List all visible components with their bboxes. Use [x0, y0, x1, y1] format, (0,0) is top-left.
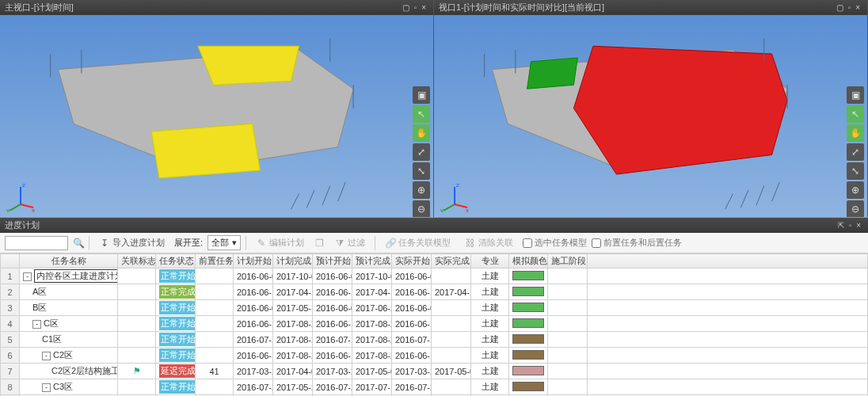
- rest-cell: [588, 332, 868, 348]
- svg-text:x: x: [466, 207, 469, 212]
- date-cell: 2017-07-19: [352, 379, 392, 395]
- vp-minimize-icon[interactable]: ▢: [400, 3, 412, 12]
- column-header[interactable]: 预计完成: [352, 254, 392, 268]
- column-header[interactable]: 任务名称: [20, 254, 118, 268]
- tool-arrow-icon[interactable]: ↖: [847, 105, 864, 123]
- tool-zoomout-icon[interactable]: ⊖: [847, 200, 864, 217]
- tool-zoomin-icon[interactable]: ⊕: [413, 181, 430, 199]
- date-cell: 2017-08-23: [352, 316, 392, 332]
- tool-rotate-icon[interactable]: ⤡: [413, 162, 430, 180]
- table-row[interactable]: 7C2区2层结构施工⚑延迟完成412017-03-232017-04-03201…: [1, 364, 868, 379]
- tree-toggle-icon[interactable]: -: [32, 320, 41, 329]
- tool-zoomout-icon[interactable]: ⊖: [413, 200, 430, 217]
- viewport-left-toolbar: ▣ ↖ ✋ ⤢ ⤡ ⊕ ⊖ ⊙: [413, 86, 430, 217]
- table-row[interactable]: 8-C3区正常开始2016-07-222017-05-212016-07-222…: [1, 379, 868, 395]
- edit-button[interactable]: ✎ 编辑计划: [251, 235, 309, 250]
- tool-select-icon[interactable]: ▣: [413, 86, 430, 104]
- chk-pred-succ[interactable]: 前置任务和后置任务: [592, 237, 682, 249]
- task-name-cell[interactable]: C1区: [20, 332, 118, 348]
- tool-orbit-icon[interactable]: ⤢: [847, 143, 864, 161]
- column-header[interactable]: 实际开始: [392, 254, 432, 268]
- tree-toggle-icon[interactable]: -: [42, 383, 51, 392]
- table-row[interactable]: 1-内控各区土建进度计划正常开始2016-06-082017-10-052016…: [1, 268, 868, 284]
- link-model-button[interactable]: 🔗 任务关联模型: [380, 235, 455, 250]
- row-number: 7: [1, 364, 20, 379]
- task-name-cell[interactable]: -C2区: [20, 348, 118, 364]
- table-row[interactable]: 3B区正常开始2016-06-082017-05-132016-06-08201…: [1, 300, 868, 316]
- task-name-cell[interactable]: C2区2层结构施工: [20, 364, 118, 379]
- schedule-grid[interactable]: 任务名称关联标志任务状态前置任务计划开始计划完成预计开始预计完成实际开始实际完成…: [0, 253, 868, 396]
- import-button[interactable]: ↧ 导入进度计划: [94, 235, 169, 250]
- expand-dropdown[interactable]: 全部 ▾: [207, 235, 241, 250]
- task-name-cell[interactable]: -C区: [20, 316, 118, 332]
- column-header[interactable]: 关联标志: [118, 254, 156, 268]
- vp-restore-icon[interactable]: ▫: [846, 3, 854, 12]
- tool-pan-icon[interactable]: ✋: [847, 124, 864, 142]
- task-name-cell[interactable]: -内控各区土建进度计划: [20, 268, 118, 284]
- chk-pred-input[interactable]: [592, 238, 601, 248]
- tool-rotate-icon[interactable]: ⤡: [847, 162, 864, 180]
- viewport-left-canvas[interactable]: ▣ ↖ ✋ ⤢ ⤡ ⊕ ⊖ ⊙ z y x: [0, 15, 433, 217]
- row-number: 2: [1, 284, 20, 300]
- column-header[interactable]: 前置任务: [196, 254, 234, 268]
- vp-close-icon[interactable]: ×: [853, 3, 862, 12]
- copy-icon[interactable]: ❐: [314, 238, 325, 249]
- column-header[interactable]: 任务状态: [156, 254, 196, 268]
- task-name-cell[interactable]: -C3区: [20, 379, 118, 395]
- tool-orbit-icon[interactable]: ⤢: [413, 143, 430, 161]
- column-header[interactable]: 预计开始: [313, 254, 352, 268]
- predecessor-cell: [196, 379, 234, 395]
- column-header[interactable]: [1, 254, 20, 268]
- flag-icon: ⚑: [133, 366, 141, 375]
- rest-cell: [588, 284, 868, 300]
- search-input[interactable]: [5, 236, 68, 250]
- phase-cell: [548, 348, 588, 364]
- table-row[interactable]: 6-C2区正常开始2016-06-142017-08-232016-06-142…: [1, 348, 868, 364]
- tool-select-icon[interactable]: ▣: [847, 86, 864, 104]
- vp-restore-icon[interactable]: ▫: [412, 3, 420, 12]
- date-cell: 2016-06-18: [313, 284, 352, 300]
- svg-line-29: [444, 204, 455, 211]
- date-cell: 2016-07-19: [313, 332, 352, 348]
- chk-selected-input[interactable]: [523, 238, 532, 248]
- table-row[interactable]: 5C1区正常开始2016-07-192017-08-232016-07-1920…: [1, 332, 868, 348]
- tree-toggle-icon[interactable]: -: [42, 352, 51, 360]
- color-swatch-icon: [512, 366, 544, 375]
- column-header[interactable]: 专业: [471, 254, 509, 268]
- viewport-right-canvas[interactable]: ▣ ↖ ✋ ⤢ ⤡ ⊕ ⊖ ⊙ z y x: [434, 15, 867, 217]
- column-header[interactable]: 计划开始: [234, 254, 273, 268]
- tool-zoomin-icon[interactable]: ⊕: [847, 181, 864, 199]
- tree-toggle-icon[interactable]: -: [23, 272, 32, 281]
- axis-gizmo-icon: z y x: [439, 181, 470, 212]
- specialty-cell: 土建: [471, 300, 509, 316]
- row-number: 3: [1, 300, 20, 316]
- vp-minimize-icon[interactable]: ▢: [834, 3, 846, 12]
- column-header[interactable]: 计划完成: [273, 254, 313, 268]
- date-cell: 2016-07-22: [392, 379, 432, 395]
- table-row[interactable]: 4-C区正常开始2016-06-142017-08-232016-06-1420…: [1, 316, 868, 332]
- vp-close-icon[interactable]: ×: [419, 3, 428, 12]
- task-name-cell[interactable]: B区: [20, 300, 118, 316]
- table-row[interactable]: 2A区正常完成2016-06-182017-04-172016-06-18201…: [1, 284, 868, 300]
- color-swatch-icon: [512, 350, 544, 360]
- chk-selected-model[interactable]: 选中任务模型: [523, 237, 587, 249]
- search-icon[interactable]: 🔍: [73, 238, 84, 249]
- panel-collapse-icon[interactable]: ⇱: [836, 221, 847, 230]
- panel-restore-icon[interactable]: ▫: [847, 221, 855, 230]
- date-cell: 2016-06-08: [313, 268, 352, 284]
- task-name-cell[interactable]: A区: [20, 284, 118, 300]
- panel-close-icon[interactable]: ×: [854, 221, 863, 230]
- column-header[interactable]: 施工阶段: [548, 254, 588, 268]
- column-header[interactable]: 实际完成: [432, 254, 471, 268]
- svg-marker-18: [527, 58, 578, 89]
- date-cell: 2017-04-17: [273, 284, 313, 300]
- tool-arrow-icon[interactable]: ↖: [413, 105, 430, 123]
- color-swatch-icon: [512, 334, 544, 344]
- column-header[interactable]: 模拟颜色: [509, 254, 548, 268]
- tool-pan-icon[interactable]: ✋: [413, 124, 430, 142]
- rest-cell: [588, 348, 868, 364]
- phase-cell: [548, 300, 588, 316]
- status-cell: 正常开始: [156, 379, 196, 395]
- clear-link-button[interactable]: ⛓ 清除关联: [460, 235, 518, 250]
- filter-button[interactable]: ⧩ 过滤: [329, 235, 370, 250]
